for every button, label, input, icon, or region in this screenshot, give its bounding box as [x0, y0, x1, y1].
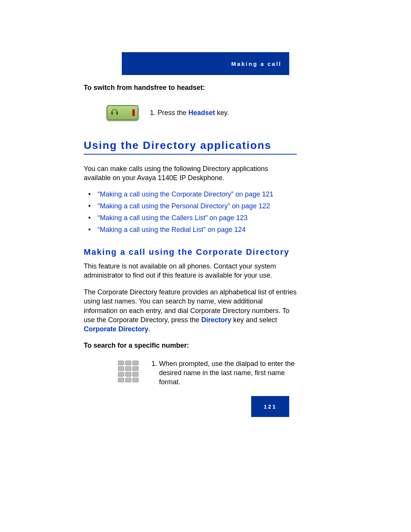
step-prefix: 1. Press the [150, 109, 188, 117]
xref-list: “Making a call using the Corporate Direc… [84, 190, 297, 234]
page-content: To switch from handsfree to headset: 1. … [84, 84, 297, 387]
subsection-heading: Making a call using the Corporate Direct… [84, 247, 297, 257]
dialpad-icon [118, 359, 139, 382]
xref-link[interactable]: “Making a call using the Corporate Direc… [88, 190, 297, 198]
step-suffix: key. [215, 109, 229, 117]
step-text: 1. Press the Headset key. [150, 109, 229, 117]
subsection-para1: This feature is not available on all pho… [84, 262, 297, 280]
led-indicator [132, 109, 135, 116]
directory-keyword: Directory [201, 316, 231, 324]
dialpad-step-row: When prompted, use the dialpad to enter … [84, 359, 297, 387]
headset-keyword: Headset [188, 109, 215, 117]
section-heading: Using the Directory applications [84, 139, 297, 155]
switch-heading: To switch from handsfree to headset: [84, 84, 297, 92]
document-page: Making a call To switch from handsfree t… [0, 0, 411, 532]
dialpad-step-text: When prompted, use the dialpad to enter … [150, 359, 297, 387]
chapter-header: Making a call [122, 52, 289, 75]
chapter-title: Making a call [231, 61, 282, 67]
svg-rect-1 [116, 112, 118, 114]
section-intro: You can make calls using the following D… [84, 164, 297, 183]
xref-link[interactable]: “Making a call using the Personal Direct… [88, 202, 297, 210]
xref-link[interactable]: “Making a call using the Callers List” o… [88, 214, 297, 222]
corporate-directory-keyword: Corporate Directory [84, 325, 148, 333]
headset-key-icon [107, 105, 139, 120]
step-row: 1. Press the Headset key. [84, 105, 297, 120]
subsection-para2: The Corporate Directory feature provides… [84, 288, 297, 334]
xref-link[interactable]: “Making a call using the Redial List” on… [88, 226, 297, 234]
search-heading: To search for a specific number: [84, 342, 297, 350]
svg-rect-0 [112, 112, 113, 114]
page-number: 121 [251, 396, 289, 417]
headset-glyph [110, 108, 119, 118]
dialpad-step-item: When prompted, use the dialpad to enter … [159, 359, 297, 387]
